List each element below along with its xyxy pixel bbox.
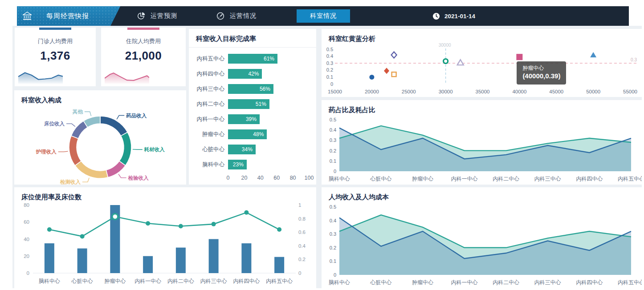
panel-income-target-completion: 科室收入目标完成率 内科五中心61%内科四中心42%内科三中心56%内科二中心5… <box>189 29 316 185</box>
top-nav: 每周经营快报 运营预测 运营情况 科室情况 <box>17 6 629 26</box>
x-tick-label: 30000 <box>439 89 453 94</box>
bar[interactable] <box>143 256 153 273</box>
bar[interactable]: 61% <box>228 54 277 64</box>
scatter-point[interactable] <box>516 54 522 60</box>
y-tick-label: 0.2 <box>330 148 336 153</box>
nav-tab-weekly-report[interactable]: 每周经营快报 <box>17 6 120 26</box>
kpi-title: 门诊人均费用 <box>15 37 96 45</box>
scatter-point[interactable] <box>384 68 389 74</box>
right-y-tick-label: 0 <box>298 270 301 276</box>
bar-track: 23% <box>228 160 309 169</box>
gauge-icon <box>216 12 224 20</box>
bar[interactable]: 39% <box>228 114 260 124</box>
panel-title: 床位使用率及床位数 <box>14 187 316 205</box>
bar-row: 内科五中心61% <box>189 51 316 66</box>
right-y-tick-label: 0.6 <box>298 230 306 235</box>
dashboard: 每周经营快报 运营预测 运营情况 科室情况 <box>0 0 644 290</box>
y-tick-label: 0.5 <box>326 47 333 52</box>
panel-title: 科室收入目标完成率 <box>189 29 316 48</box>
bar-row: 内科二中心51% <box>189 97 316 112</box>
bar-row: 脑科中心23% <box>189 157 316 172</box>
kpi-card-inpatient-cost: 住院人均费用 21,000 <box>101 28 186 86</box>
bar-row: 肿瘤中心48% <box>189 127 316 142</box>
pie-slice[interactable] <box>100 116 127 136</box>
right-y-tick-label: 0.2 <box>298 257 306 262</box>
x-category-label: 内科二中心 <box>493 176 519 182</box>
x-tick-label: 45000 <box>549 89 563 94</box>
pie-slice[interactable] <box>119 132 131 165</box>
bar[interactable] <box>77 249 87 273</box>
bar-category-label: 内科三中心 <box>192 85 224 93</box>
x-tick-label: 35000 <box>476 89 490 94</box>
bar[interactable] <box>241 243 251 273</box>
bar-category-label: 心脏中心 <box>192 146 224 153</box>
bar[interactable] <box>176 248 186 273</box>
bar-row: 内科三中心56% <box>189 81 316 97</box>
kpi-card-outpatient-cost: 门诊人均费用 1,376 <box>15 28 96 86</box>
x-tick-label: 15000 <box>328 89 342 94</box>
nav-date[interactable]: 2021-01-14 <box>432 6 475 26</box>
nav-item-operation-status[interactable]: 运营情况 <box>216 6 257 26</box>
pie-label: 药品收入 <box>126 113 147 119</box>
line-point[interactable] <box>80 234 85 238</box>
bar-row: 心脏中心34% <box>189 142 316 157</box>
left-y-tick-label: 0 <box>27 270 29 276</box>
spark-area <box>18 73 63 84</box>
nav-item-department-status-active[interactable]: 科室情况 <box>297 9 350 23</box>
bar[interactable]: 48% <box>228 129 267 139</box>
line-point[interactable] <box>47 227 52 232</box>
bar[interactable] <box>45 243 54 273</box>
usage-line[interactable] <box>49 213 279 237</box>
bar-value-label: 56% <box>260 86 273 92</box>
y-tick-label: 0 <box>334 169 336 174</box>
bar-track: 61% <box>228 54 309 64</box>
y-tick-label: 0.3 <box>326 60 333 66</box>
scatter-point[interactable] <box>444 59 448 64</box>
bar[interactable]: 34% <box>228 145 256 154</box>
bar-track: 42% <box>228 69 309 79</box>
line-point[interactable] <box>277 227 281 232</box>
scatter-point[interactable] <box>457 60 464 65</box>
panel-title: 科室收入构成 <box>14 90 186 109</box>
y-tick-label: 0.1 <box>326 74 333 80</box>
line-point[interactable] <box>244 210 249 215</box>
bar[interactable]: 42% <box>228 69 262 79</box>
x-category-label: 内科一中心 <box>451 176 478 182</box>
bar[interactable]: 51% <box>228 99 269 109</box>
nav-date-label: 2021-01-14 <box>444 13 475 20</box>
scatter-point[interactable] <box>369 75 374 80</box>
pie-label-line <box>66 124 75 126</box>
bar-track: 39% <box>228 114 309 124</box>
line-point[interactable] <box>212 222 216 226</box>
scatter-point[interactable] <box>392 72 396 77</box>
nav-item-operation-forecast[interactable]: 运营预测 <box>137 6 177 26</box>
y-tick-label: 0.1 <box>330 258 336 264</box>
bar-category-label: 内科四中心 <box>192 70 224 78</box>
clock-icon <box>432 12 440 20</box>
y-tick-label: 0 <box>330 81 333 87</box>
line-point[interactable] <box>179 224 183 228</box>
bar[interactable] <box>274 257 284 273</box>
scatter-point[interactable] <box>590 52 596 57</box>
y-tick-label: 0.2 <box>326 67 333 72</box>
bar[interactable] <box>209 239 219 274</box>
pie-label-line <box>118 174 126 177</box>
bar-value-label: 34% <box>242 146 256 153</box>
bar-track: 48% <box>228 129 309 139</box>
bar[interactable]: 23% <box>228 160 247 169</box>
x-tick-label: 20 <box>241 175 247 181</box>
bar-value-label: 23% <box>233 161 247 168</box>
scatter-point[interactable] <box>391 52 397 58</box>
pie-label-line <box>117 116 124 120</box>
bar-value-label: 61% <box>264 56 277 62</box>
bar[interactable]: 56% <box>228 84 273 94</box>
pie-slice[interactable] <box>69 136 81 165</box>
pie-slice[interactable] <box>75 161 108 178</box>
line-point-highlighted[interactable] <box>112 214 118 220</box>
x-category-label: 脑科中心 <box>329 279 350 286</box>
line-point[interactable] <box>146 221 150 226</box>
kpi-value: 21,000 <box>101 49 186 63</box>
x-category-label: 肿瘤中心 <box>412 176 433 182</box>
nav-active-label: 科室情况 <box>310 12 337 20</box>
pie-slice[interactable] <box>106 161 125 177</box>
